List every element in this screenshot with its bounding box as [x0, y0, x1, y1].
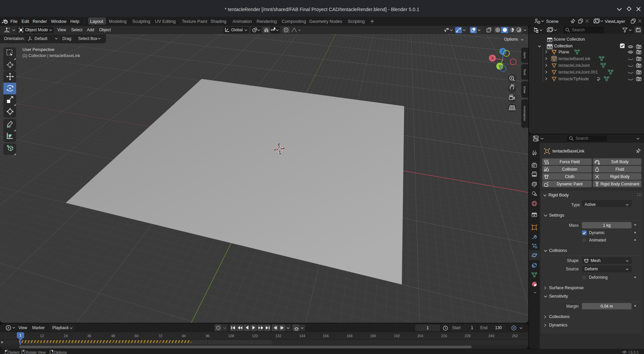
svg-text:X: X — [491, 56, 494, 60]
